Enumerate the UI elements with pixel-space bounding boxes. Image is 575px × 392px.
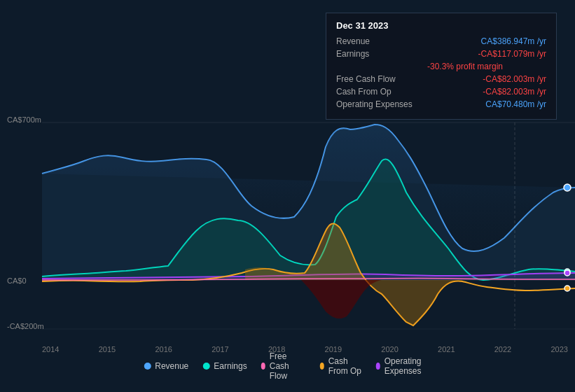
legend-earnings-label: Earnings [214,361,247,371]
legend-revenue[interactable]: Revenue [144,361,188,371]
tooltip-profit-margin: -30.3% profit margin [427,62,546,71]
legend-earnings-dot [202,363,209,370]
tooltip-opex-label: Operating Expenses [336,99,420,109]
data-tooltip: Dec 31 2023 Revenue CA$386.947m /yr Earn… [326,13,557,120]
legend-opex-label: Operating Expenses [385,356,431,376]
legend-revenue-label: Revenue [155,361,188,371]
legend-earnings[interactable]: Earnings [202,361,247,371]
y-label-zero: CA$0 [7,276,27,285]
tooltip-revenue-value: CA$386.947m /yr [481,36,546,46]
svg-point-7 [564,286,570,291]
legend-revenue-dot [144,363,151,370]
tooltip-date: Dec 31 2023 [336,20,546,31]
legend-fcf-label: Free Cash Flow [270,351,306,381]
svg-point-6 [564,270,570,276]
legend-cashop[interactable]: Cash From Op [320,356,362,376]
x-label-2015: 2015 [99,345,116,354]
x-label-2022: 2022 [494,345,511,354]
tooltip-earnings: Earnings -CA$117.079m /yr [336,49,546,59]
tooltip-earnings-value: -CA$117.079m /yr [478,49,546,59]
tooltip-revenue: Revenue CA$386.947m /yr [336,36,546,46]
tooltip-revenue-label: Revenue [336,36,420,46]
x-label-2021: 2021 [438,345,455,354]
tooltip-fcf-value: -CA$82.003m /yr [483,74,546,84]
legend-cashop-dot [320,363,324,370]
legend-fcf-dot [261,363,265,370]
tooltip-opex-value: CA$70.480m /yr [485,99,546,109]
tooltip-opex: Operating Expenses CA$70.480m /yr [336,99,546,109]
x-label-2014: 2014 [42,345,59,354]
tooltip-cashop-label: Cash From Op [336,87,420,97]
tooltip-cashop-value: -CA$82.003m /yr [483,87,546,97]
tooltip-fcf-label: Free Cash Flow [336,74,420,84]
legend-opex[interactable]: Operating Expenses [376,356,431,376]
x-label-2023: 2023 [550,345,567,354]
legend-cashop-label: Cash From Op [328,356,362,376]
legend-opex-dot [376,363,380,370]
chart-legend: Revenue Earnings Free Cash Flow Cash Fro… [144,351,431,381]
svg-point-4 [564,184,571,191]
tooltip-fcf: Free Cash Flow -CA$82.003m /yr [336,74,546,84]
tooltip-cashop: Cash From Op -CA$82.003m /yr [336,87,546,97]
tooltip-earnings-label: Earnings [336,49,420,59]
legend-fcf[interactable]: Free Cash Flow [261,351,306,381]
y-label-neg: -CA$200m [7,322,44,330]
y-label-top: CA$700m [7,115,41,124]
